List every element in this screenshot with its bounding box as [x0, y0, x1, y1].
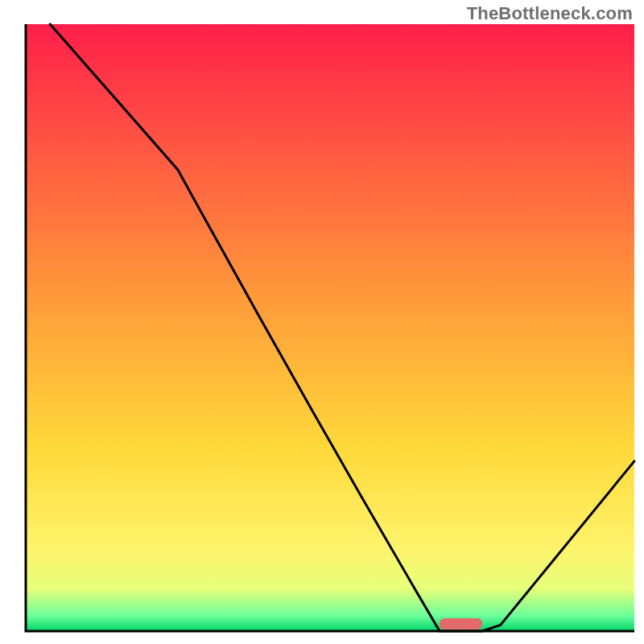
bottleneck-marker: [440, 618, 482, 630]
plot-background: [26, 24, 634, 631]
bottleneck-chart: [0, 0, 644, 644]
chart-container: TheBottleneck.com: [0, 0, 644, 644]
